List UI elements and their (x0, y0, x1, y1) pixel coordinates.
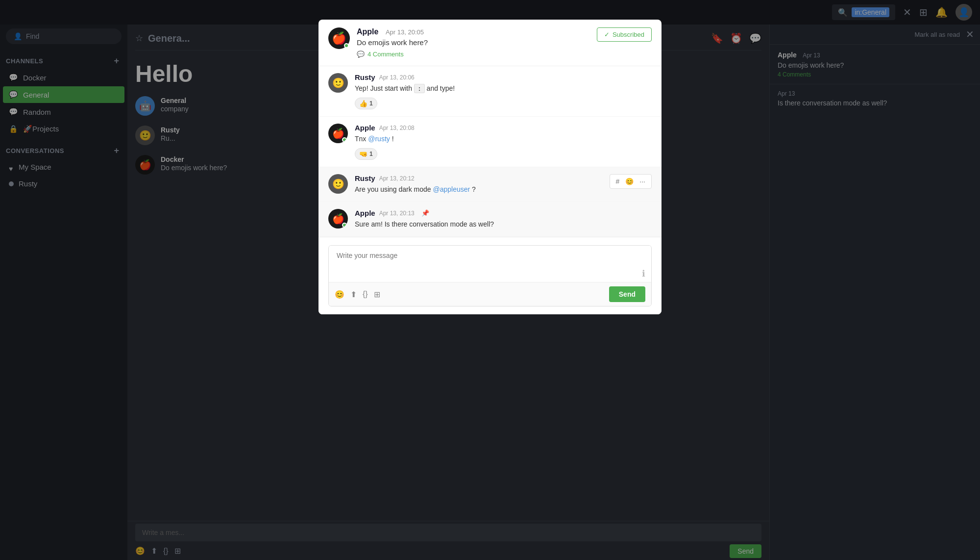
code-icon-modal[interactable]: {} (363, 290, 368, 299)
emoji-fist: 🤜 (359, 150, 368, 158)
reaction-apple-1[interactable]: 🤜 1 (355, 148, 377, 160)
msg-sender-apple-2: Apple (355, 209, 375, 217)
modal-msg-content-apple-2: Apple Apr 13, 20:13 📌 Sure am! Is there … (355, 209, 652, 229)
msg-sender-apple-1: Apple (355, 124, 375, 132)
modal-input-area: ℹ 😊 ⬆ {} ⊞ Send (318, 237, 662, 314)
modal-msg-content-apple-1: Apple Apr 13, 20:08 Tnx @rusty ! 🤜 1 (355, 124, 652, 160)
emoji-action-icon[interactable]: 😊 (623, 177, 636, 186)
avatar-apple-modal-2: 🍎 (328, 209, 348, 229)
msg-date-rusty-2: Apr 13, 20:12 (379, 175, 415, 182)
mention-appleuser[interactable]: @appleuser (433, 185, 470, 193)
avatar-rusty-modal-2: 🙂 (328, 174, 348, 194)
modal-header-content: Apple Apr 13, 20:05 Do emojis work here?… (357, 27, 590, 58)
modal-input[interactable] (329, 246, 651, 265)
info-icon[interactable]: ℹ (642, 268, 645, 279)
reaction-count-rusty-1: 1 (369, 100, 373, 107)
msg-text-rusty-2: Are you using dark mode @appleuser ? (355, 184, 603, 195)
online-dot-apple-1 (342, 137, 347, 142)
msg-date-apple-2: Apr 13, 20:13 (379, 210, 415, 217)
more-actions-icon[interactable]: ··· (637, 177, 647, 186)
modal-message-rusty-1: 🙂 Rusty Apr 13, 20:06 Yep! Just start wi… (318, 66, 662, 117)
msg-sender-rusty-2: Rusty (355, 174, 375, 182)
modal-input-wrapper: ℹ 😊 ⬆ {} ⊞ Send (328, 245, 652, 306)
modal-header-avatar: 🍎 (328, 27, 350, 49)
msg-date-apple-1: Apr 13, 20:08 (379, 125, 415, 131)
msg-text-rusty-1: Yep! Just start with : and type! (355, 83, 652, 94)
crop-icon-modal[interactable]: ⊞ (374, 290, 380, 299)
avatar-apple-modal-1: 🍎 (328, 124, 348, 143)
modal-header-sender: Apple (357, 27, 378, 36)
modal-header: 🍎 Apple Apr 13, 20:05 Do emojis work her… (318, 20, 662, 66)
hash-action-icon[interactable]: # (614, 177, 622, 186)
mention-rusty[interactable]: @rusty (368, 135, 390, 143)
message-actions-rusty-2: # 😊 ··· (610, 174, 652, 189)
reaction-count-apple-1: 1 (369, 151, 373, 157)
modal-msg-content-rusty-2: Rusty Apr 13, 20:12 Are you using dark m… (355, 174, 603, 195)
msg-sender-rusty-1: Rusty (355, 73, 375, 81)
avatar-rusty-modal: 🙂 (328, 73, 348, 93)
modal-msg-content-rusty-1: Rusty Apr 13, 20:06 Yep! Just start with… (355, 73, 652, 109)
modal-message-apple-2: 🍎 Apple Apr 13, 20:13 📌 Sure am! Is ther… (318, 202, 662, 237)
modal-overlay[interactable]: 🍎 Apple Apr 13, 20:05 Do emojis work her… (0, 0, 980, 560)
emoji-thumbsup: 👍 (359, 100, 368, 107)
online-indicator (344, 43, 349, 48)
modal-message-apple-1: 🍎 Apple Apr 13, 20:08 Tnx @rusty ! 🤜 1 (318, 117, 662, 167)
modal-comments-count[interactable]: 💬 4 Comments (357, 51, 590, 58)
modal-header-text: Do emojis work here? (357, 38, 590, 47)
subscribed-button[interactable]: ✓ Subscribed (597, 27, 652, 42)
comment-icon: 💬 (357, 51, 365, 58)
modal-header-date: Apr 13, 20:05 (386, 28, 424, 36)
upload-icon-modal[interactable]: ⬆ (350, 290, 357, 299)
reaction-rusty-1[interactable]: 👍 1 (355, 98, 377, 109)
inline-code: : (414, 84, 425, 93)
msg-text-apple-1: Tnx @rusty ! (355, 134, 652, 144)
modal-send-button[interactable]: Send (609, 286, 645, 302)
subscribed-label: Subscribed (612, 31, 644, 38)
pin-icon: 📌 (421, 209, 429, 217)
online-dot-apple-2 (342, 223, 347, 228)
thread-modal: 🍎 Apple Apr 13, 20:05 Do emojis work her… (318, 20, 662, 314)
modal-input-toolbar: 😊 ⬆ {} ⊞ Send (329, 282, 651, 306)
comments-label: 4 Comments (368, 51, 404, 58)
modal-messages-list: 🙂 Rusty Apr 13, 20:06 Yep! Just start wi… (318, 66, 662, 237)
msg-text-apple-2: Sure am! Is there conversation mode as w… (355, 219, 652, 229)
check-icon: ✓ (604, 31, 610, 38)
emoji-icon-modal[interactable]: 😊 (335, 290, 344, 299)
modal-message-rusty-2: 🙂 Rusty Apr 13, 20:12 Are you using dark… (318, 167, 662, 202)
msg-date-rusty-1: Apr 13, 20:06 (379, 74, 415, 81)
